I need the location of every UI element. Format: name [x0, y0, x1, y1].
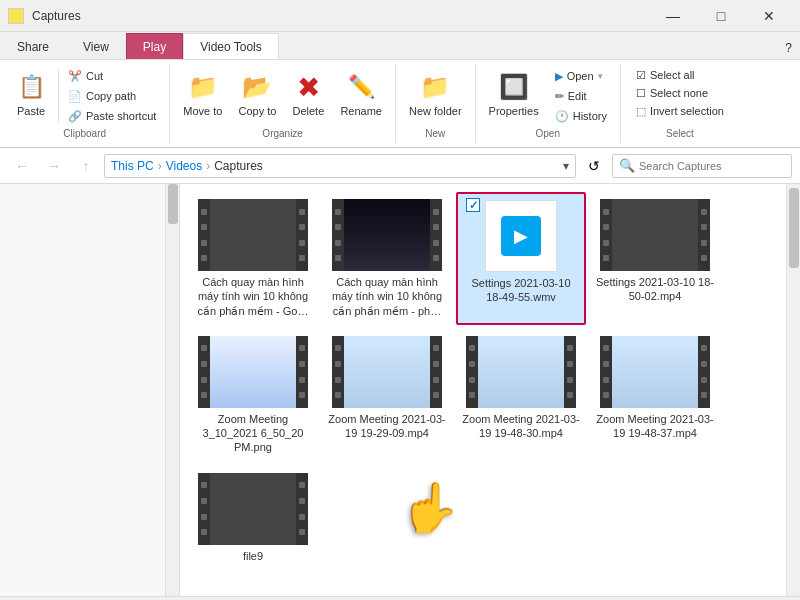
- right-scrollbar-thumb[interactable]: [789, 188, 799, 268]
- organize-label: Organize: [262, 128, 303, 141]
- new-label: New: [425, 128, 445, 141]
- select-buttons: ☑ Select all ☐ Select none ⬚ Invert sele…: [627, 66, 733, 120]
- move-to-button[interactable]: 📁 Move to: [176, 66, 229, 122]
- file-name: Settings 2021-03-10 18-49-55.wmv: [462, 276, 580, 305]
- breadcrumb-captures: Captures: [214, 159, 263, 173]
- new-folder-icon: 📁: [419, 71, 451, 103]
- new-group-content: 📁 New folder: [402, 66, 469, 126]
- delete-button[interactable]: ✖ Delete: [285, 66, 331, 122]
- left-panel: [0, 184, 180, 596]
- folder-icon: [8, 8, 24, 24]
- paste-shortcut-button[interactable]: 🔗 Paste shortcut: [61, 106, 163, 126]
- refresh-button[interactable]: ↺: [580, 152, 608, 180]
- file-item[interactable]: Zoom Meeting 2021-03-19 19-48-30.mp4: [456, 329, 586, 462]
- copy-to-icon: 📂: [241, 71, 273, 103]
- properties-icon: 🔲: [498, 71, 530, 103]
- copy-path-button[interactable]: 📄 Copy path: [61, 86, 163, 106]
- breadcrumb-dropdown-icon[interactable]: ▾: [563, 159, 569, 173]
- file-item[interactable]: Zoom Meeting 3_10_2021 6_50_20 PM.png: [188, 329, 318, 462]
- select-all-button[interactable]: ☑ Select all: [627, 66, 733, 84]
- tab-share[interactable]: Share: [0, 33, 66, 59]
- tab-video-tools[interactable]: Video Tools: [183, 33, 279, 59]
- file-item[interactable]: Zoom Meeting 2021-03-19 19-29-09.mp4: [322, 329, 452, 462]
- open-button[interactable]: ▶ Open ▾: [548, 66, 614, 86]
- history-button[interactable]: 🕐 History: [548, 106, 614, 126]
- select-none-icon: ☐: [636, 87, 646, 100]
- left-scrollbar[interactable]: [165, 184, 179, 596]
- forward-button[interactable]: →: [40, 152, 68, 180]
- video-thumbnail: [466, 336, 576, 408]
- delete-icon: ✖: [292, 71, 324, 103]
- breadcrumb-videos[interactable]: Videos: [166, 159, 202, 173]
- edit-icon: ✏: [555, 90, 564, 103]
- file-item[interactable]: Settings 2021-03-10 18-50-02.mp4: [590, 192, 720, 325]
- file-checkbox[interactable]: [466, 198, 480, 212]
- title-bar-left: Captures: [8, 8, 81, 24]
- wmv-thumbnail: ▶: [485, 200, 557, 272]
- search-box: 🔍: [612, 154, 792, 178]
- ribbon-group-new: 📁 New folder New: [396, 64, 476, 143]
- history-icon: 🕐: [555, 110, 569, 123]
- open-icon: ▶: [555, 70, 563, 83]
- rename-icon: ✏️: [345, 71, 377, 103]
- breadcrumb-this-pc[interactable]: This PC: [111, 159, 154, 173]
- file-name: file9: [243, 549, 263, 563]
- paste-button[interactable]: 📋 Paste: [6, 66, 56, 122]
- file-item[interactable]: file9: [188, 466, 318, 570]
- address-bar: ← → ↑ This PC › Videos › Captures ▾ ↺ 🔍: [0, 148, 800, 184]
- search-input[interactable]: [639, 160, 785, 172]
- copy-to-button[interactable]: 📂 Copy to: [231, 66, 283, 122]
- file-item[interactable]: ▶ Settings 2021-03-10 18-49-55.wmv: [456, 192, 586, 325]
- left-scrollbar-thumb[interactable]: [168, 184, 178, 224]
- video-thumbnail: [198, 473, 308, 545]
- file-name: Zoom Meeting 2021-03-19 19-48-37.mp4: [595, 412, 715, 441]
- hand-cursor-overlay: 👆: [400, 480, 460, 536]
- clipboard-label: Clipboard: [63, 128, 106, 141]
- clipboard-group-content: 📋 Paste ✂️ Cut 📄 Copy path 🔗 Paste short…: [6, 66, 163, 126]
- tab-view[interactable]: View: [66, 33, 126, 59]
- minimize-button[interactable]: —: [650, 0, 696, 32]
- select-none-button[interactable]: ☐ Select none: [627, 84, 733, 102]
- move-to-icon: 📁: [187, 71, 219, 103]
- select-label: Select: [666, 128, 694, 141]
- video-thumbnail: [600, 336, 710, 408]
- paste-shortcut-icon: 🔗: [68, 110, 82, 123]
- right-scrollbar[interactable]: [786, 184, 800, 596]
- file-item[interactable]: Cách quay màn hình máy tính win 10 không…: [188, 192, 318, 325]
- file-item[interactable]: Cách quay màn hình máy tính win 10 không…: [322, 192, 452, 325]
- window-title: Captures: [32, 9, 81, 23]
- cut-button[interactable]: ✂️ Cut: [61, 66, 163, 86]
- back-button[interactable]: ←: [8, 152, 36, 180]
- maximize-button[interactable]: □: [698, 0, 744, 32]
- edit-button[interactable]: ✏ Edit: [548, 86, 614, 106]
- copy-path-icon: 📄: [68, 90, 82, 103]
- file-item[interactable]: Zoom Meeting 2021-03-19 19-48-37.mp4: [590, 329, 720, 462]
- rename-button[interactable]: ✏️ Rename: [333, 66, 389, 122]
- ribbon-group-open: 🔲 Properties ▶ Open ▾ ✏ Edit 🕐 History: [476, 64, 621, 143]
- organize-group-content: 📁 Move to 📂 Copy to ✖ Delete ✏️ Rename: [176, 66, 389, 126]
- tab-play[interactable]: Play: [126, 33, 183, 59]
- invert-selection-button[interactable]: ⬚ Invert selection: [627, 102, 733, 120]
- open-label: Open: [536, 128, 560, 141]
- video-thumbnail: [198, 199, 308, 271]
- up-button[interactable]: ↑: [72, 152, 100, 180]
- file-name: Zoom Meeting 2021-03-19 19-29-09.mp4: [327, 412, 447, 441]
- video-thumbnail: [198, 336, 308, 408]
- close-button[interactable]: ✕: [746, 0, 792, 32]
- file-name: Settings 2021-03-10 18-50-02.mp4: [595, 275, 715, 304]
- open-group-content: 🔲 Properties ▶ Open ▾ ✏ Edit 🕐 History: [482, 66, 614, 126]
- help-button[interactable]: ?: [777, 37, 800, 59]
- video-thumbnail: [600, 199, 710, 271]
- clipboard-small-group: ✂️ Cut 📄 Copy path 🔗 Paste shortcut: [61, 66, 163, 126]
- video-thumbnail: [332, 336, 442, 408]
- video-thumbnail: [332, 199, 442, 271]
- invert-icon: ⬚: [636, 105, 646, 118]
- properties-button[interactable]: 🔲 Properties: [482, 66, 546, 122]
- open-small-group: ▶ Open ▾ ✏ Edit 🕐 History: [548, 66, 614, 126]
- new-folder-button[interactable]: 📁 New folder: [402, 66, 469, 122]
- window-controls: — □ ✕: [650, 0, 792, 32]
- play-icon: ▶: [501, 216, 541, 256]
- breadcrumb-bar[interactable]: This PC › Videos › Captures ▾: [104, 154, 576, 178]
- ribbon-group-select: ☑ Select all ☐ Select none ⬚ Invert sele…: [621, 64, 739, 143]
- main-area: Cách quay màn hình máy tính win 10 không…: [0, 184, 800, 596]
